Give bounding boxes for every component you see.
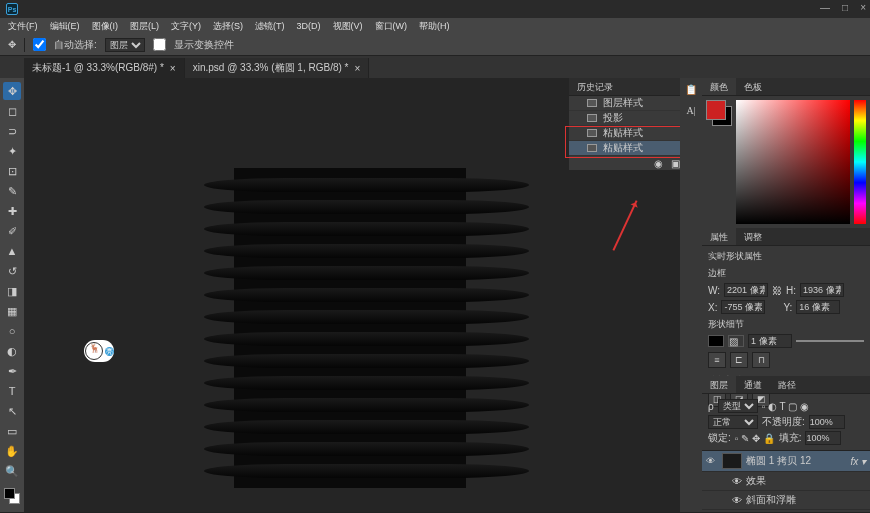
effects-label[interactable]: 👁 效果	[702, 472, 870, 491]
current-colors[interactable]	[706, 100, 732, 126]
stroke-width[interactable]	[748, 334, 792, 348]
history-item[interactable]: 粘贴样式	[569, 141, 680, 156]
camera-icon[interactable]: ◉	[654, 158, 663, 169]
menu-help[interactable]: 帮助(H)	[415, 20, 454, 33]
menubar: 文件(F) 编辑(E) 图像(I) 图层(L) 文字(Y) 选择(S) 滤镜(T…	[0, 18, 870, 34]
bounds-label: 边框	[708, 267, 864, 280]
filter-kind[interactable]: 类型	[718, 399, 758, 413]
menu-select[interactable]: 选择(S)	[209, 20, 247, 33]
hue-slider[interactable]	[854, 100, 866, 224]
shadow-icon	[587, 114, 597, 122]
character-icon[interactable]: A|	[686, 105, 695, 116]
path-tool[interactable]: ↖	[3, 402, 21, 420]
blend-mode[interactable]: 正常	[708, 415, 758, 429]
layers-tab[interactable]: 图层	[702, 376, 736, 393]
color-picker[interactable]	[736, 100, 850, 224]
collapsed-panels: 📋 A|	[680, 78, 702, 512]
close-button[interactable]: ×	[860, 2, 866, 13]
x-input[interactable]	[721, 300, 765, 314]
layer-style-icon	[587, 99, 597, 107]
artwork	[234, 168, 466, 488]
stroke-swatch[interactable]: ▨	[728, 335, 744, 347]
menu-layer[interactable]: 图层(L)	[126, 20, 163, 33]
move-tool-icon: ✥	[8, 39, 16, 50]
layer-name: 椭圆 1 拷贝 12	[746, 454, 811, 468]
eraser-tool[interactable]: ◨	[3, 282, 21, 300]
gradient-tool[interactable]: ▦	[3, 302, 21, 320]
canvas[interactable]: 🦌亮 历史记录 图层样式 投影 粘贴样式 粘贴样式 ◉▣🗑	[24, 78, 680, 512]
history-tab[interactable]: 历史记录	[569, 78, 680, 96]
height-input[interactable]	[800, 283, 844, 297]
shape-tool[interactable]: ▭	[3, 422, 21, 440]
join-icon[interactable]: ⊓	[752, 352, 770, 368]
wand-tool[interactable]: ✦	[3, 142, 21, 160]
history-item[interactable]: 粘贴样式	[569, 126, 680, 141]
lasso-tool[interactable]: ⊃	[3, 122, 21, 140]
properties-title: 实时形状属性	[708, 250, 864, 263]
options-bar: ✥ 自动选择: 图层 显示变换控件	[0, 34, 870, 56]
properties-tab[interactable]: 属性	[702, 228, 736, 245]
hand-tool[interactable]: ✋	[3, 442, 21, 460]
channels-tab[interactable]: 通道	[736, 376, 770, 393]
type-tool[interactable]: T	[3, 382, 21, 400]
adjustments-tab[interactable]: 调整	[736, 228, 770, 245]
auto-select-checkbox[interactable]	[33, 38, 46, 51]
menu-view[interactable]: 视图(V)	[329, 20, 367, 33]
document-tabs: 未标题-1 @ 33.3%(RGB/8#) *× xin.psd @ 33.3%…	[0, 56, 870, 78]
crop-tool[interactable]: ⊡	[3, 162, 21, 180]
menu-window[interactable]: 窗口(W)	[371, 20, 412, 33]
width-input[interactable]	[724, 283, 768, 297]
layer-row[interactable]: 👁椭圆 1 拷贝 12fx ▾	[702, 451, 870, 472]
shape-detail-label: 形状细节	[708, 318, 864, 331]
pen-tool[interactable]: ✒	[3, 362, 21, 380]
marquee-tool[interactable]: ◻	[3, 102, 21, 120]
visibility-icon[interactable]: 👁	[706, 456, 718, 466]
annotation-arrow	[612, 200, 637, 251]
blur-tool[interactable]: ○	[3, 322, 21, 340]
layer-thumb	[722, 453, 742, 469]
color-tab[interactable]: 颜色	[702, 78, 736, 95]
y-input[interactable]	[796, 300, 840, 314]
document-tab[interactable]: xin.psd @ 33.3% (椭圆 1, RGB/8) *×	[185, 58, 370, 78]
history-brush-tool[interactable]: ↺	[3, 262, 21, 280]
zoom-tool[interactable]: 🔍	[3, 462, 21, 480]
history-panel: 历史记录 图层样式 投影 粘贴样式 粘贴样式 ◉▣🗑	[569, 78, 680, 170]
document-tab[interactable]: 未标题-1 @ 33.3%(RGB/8#) *×	[24, 58, 185, 78]
auto-select-label: 自动选择:	[54, 38, 97, 52]
menu-image[interactable]: 图像(I)	[88, 20, 123, 33]
paths-tab[interactable]: 路径	[770, 376, 804, 393]
maximize-button[interactable]: □	[842, 2, 848, 13]
eyedropper-tool[interactable]: ✎	[3, 182, 21, 200]
paste-style-icon	[587, 129, 597, 137]
new-snapshot-icon[interactable]: ▣	[671, 158, 680, 169]
color-swatch[interactable]	[4, 488, 20, 504]
menu-type[interactable]: 文字(Y)	[167, 20, 205, 33]
menu-file[interactable]: 文件(F)	[4, 20, 42, 33]
fill-swatch[interactable]	[708, 335, 724, 347]
watermark-badge: 🦌亮	[84, 340, 114, 362]
brush-tool[interactable]: ✐	[3, 222, 21, 240]
minimize-button[interactable]: —	[820, 2, 830, 13]
right-panels: 颜色 色板 属性 调整 实时形状属性 边框 W:⛓H: X:Y: 形状细节 ▨ …	[702, 78, 870, 512]
heal-tool[interactable]: ✚	[3, 202, 21, 220]
transform-controls-label: 显示变换控件	[174, 38, 234, 52]
move-tool[interactable]: ✥	[3, 82, 21, 100]
effect-item[interactable]: 👁 斜面和浮雕	[702, 491, 870, 510]
fill-input[interactable]	[805, 431, 841, 445]
menu-filter[interactable]: 滤镜(T)	[251, 20, 289, 33]
swatches-tab[interactable]: 色板	[736, 78, 770, 95]
menu-edit[interactable]: 编辑(E)	[46, 20, 84, 33]
auto-select-target[interactable]: 图层	[105, 38, 145, 52]
transform-controls-checkbox[interactable]	[153, 38, 166, 51]
menu-3d[interactable]: 3D(D)	[293, 21, 325, 31]
opacity-input[interactable]	[809, 415, 845, 429]
ps-logo-icon: Ps	[6, 3, 18, 15]
dodge-tool[interactable]: ◐	[3, 342, 21, 360]
stamp-tool[interactable]: ▲	[3, 242, 21, 260]
align-icon[interactable]: ≡	[708, 352, 726, 368]
toolbar: ✥ ◻ ⊃ ✦ ⊡ ✎ ✚ ✐ ▲ ↺ ◨ ▦ ○ ◐ ✒ T ↖ ▭ ✋ 🔍	[0, 78, 24, 512]
history-icon[interactable]: 📋	[685, 84, 697, 95]
history-item[interactable]: 投影	[569, 111, 680, 126]
cap-icon[interactable]: ⊏	[730, 352, 748, 368]
history-item[interactable]: 图层样式	[569, 96, 680, 111]
